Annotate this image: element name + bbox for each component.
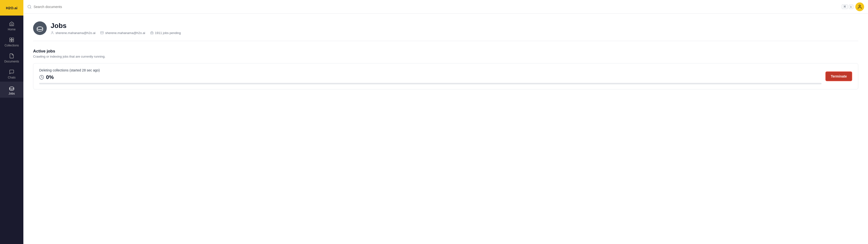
section-title: Active jobs (33, 49, 858, 54)
chats-icon (9, 69, 14, 75)
progress-bar-wrap (39, 83, 822, 84)
sidebar-item-chats[interactable]: Chats (0, 66, 23, 82)
sidebar-item-documents[interactable]: Documents (0, 49, 23, 66)
svg-line-6 (30, 7, 31, 8)
terminate-button[interactable]: Terminate (826, 71, 852, 81)
svg-rect-2 (10, 40, 11, 42)
kbd-k: k (849, 5, 854, 9)
section-desc: Crawling or indexing jobs that are curre… (33, 55, 858, 58)
sidebar: H2O.ai Home Collections (0, 0, 23, 244)
meta-user: sherene.mahanama@h2o.ai (51, 31, 95, 35)
meta-mail-email: sherene.mahanama@h2o.ai (105, 31, 145, 35)
sidebar-item-jobs[interactable]: Jobs (0, 82, 23, 98)
collections-icon (9, 37, 14, 43)
kbd-cmd: ⌘ (842, 4, 848, 9)
active-jobs-section: Active jobs Crawling or indexing jobs th… (33, 49, 858, 90)
meta-jobs-pending: 1911 jobs pending (150, 31, 181, 35)
clock-icon (39, 75, 44, 80)
sidebar-item-home[interactable]: Home (0, 18, 23, 34)
svg-point-7 (859, 5, 861, 6)
user-avatar[interactable] (855, 2, 864, 11)
sidebar-documents-label: Documents (4, 60, 19, 63)
sidebar-chats-label: Chats (8, 76, 16, 79)
svg-rect-3 (12, 40, 13, 42)
sidebar-home-label: Home (8, 28, 16, 31)
svg-rect-1 (12, 38, 13, 40)
home-icon (9, 21, 14, 27)
search-input[interactable] (34, 5, 840, 9)
search-icon (27, 5, 32, 9)
app-logo[interactable]: H2O.ai (0, 0, 23, 15)
page-meta: sherene.mahanama@h2o.ai sherene.mahanama… (51, 31, 181, 35)
topbar: ⌘ k (23, 0, 868, 13)
page-header: Jobs sherene.mahanama@h2o.ai (33, 22, 858, 41)
job-progress-row: 0% (39, 74, 822, 80)
documents-icon (9, 53, 14, 59)
job-progress-pct: 0% (46, 74, 54, 80)
content-area: Jobs sherene.mahanama@h2o.ai (23, 13, 868, 244)
page-icon (33, 22, 47, 35)
job-info: Deleting collections (started 28 sec ago… (39, 68, 822, 84)
page-title: Jobs (51, 22, 181, 30)
svg-rect-0 (10, 38, 11, 40)
job-name: Deleting collections (started 28 sec ago… (39, 68, 822, 72)
main-area: ⌘ k Jobs (23, 0, 868, 244)
job-card: Deleting collections (started 28 sec ago… (33, 63, 858, 90)
jobs-icon (9, 85, 14, 91)
svg-rect-10 (150, 32, 153, 34)
svg-point-9 (52, 32, 53, 33)
sidebar-item-collections[interactable]: Collections (0, 34, 23, 49)
page-header-info: Jobs sherene.mahanama@h2o.ai (51, 22, 181, 35)
sidebar-jobs-label: Jobs (8, 92, 14, 95)
meta-jobs-count: 1911 jobs pending (155, 31, 181, 35)
sidebar-collections-label: Collections (5, 44, 19, 47)
search-kbd-hints: ⌘ k (842, 4, 854, 9)
meta-user-email: sherene.mahanama@h2o.ai (56, 31, 95, 35)
meta-mail: sherene.mahanama@h2o.ai (100, 31, 145, 35)
logo-text: H2O.ai (6, 6, 18, 10)
